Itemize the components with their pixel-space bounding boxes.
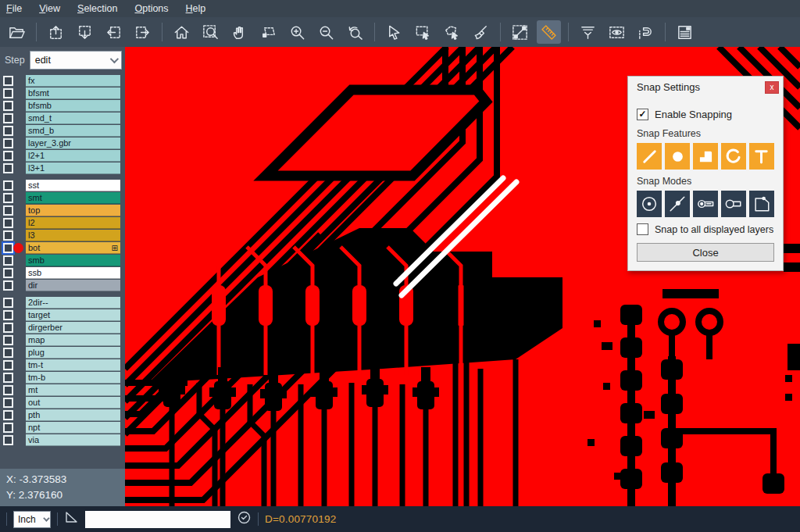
layer-visibility-checkbox[interactable] <box>3 385 13 395</box>
layer-item[interactable]: l2 <box>26 217 120 229</box>
layer-visibility-checkbox[interactable] <box>3 268 13 278</box>
layer-visibility-checkbox[interactable] <box>3 218 13 228</box>
apply-check-icon[interactable] <box>237 510 252 528</box>
snap-all-layers-checkbox[interactable] <box>637 223 648 235</box>
layer-visibility-checkbox[interactable] <box>3 373 13 383</box>
snap-magnet-icon[interactable] <box>634 20 658 44</box>
layer-item[interactable]: top <box>26 205 120 216</box>
angle-measure-icon[interactable] <box>64 510 79 528</box>
pad-outline-icon[interactable] <box>721 191 746 217</box>
arc-icon[interactable] <box>721 143 746 170</box>
layer-visibility-checkbox[interactable] <box>3 163 13 173</box>
layer-visibility-checkbox[interactable] <box>3 88 13 98</box>
menu-options[interactable]: Options <box>134 3 168 14</box>
pan-left-icon[interactable] <box>102 20 126 44</box>
clean-brush-icon[interactable] <box>469 20 493 44</box>
select-pointer-icon[interactable] <box>382 20 406 44</box>
pan-up-icon[interactable] <box>44 20 68 44</box>
text-icon[interactable] <box>749 143 774 170</box>
enable-snapping-checkbox[interactable]: ✓ <box>637 109 648 120</box>
layer-item[interactable]: smd_b <box>26 125 120 137</box>
layer-item[interactable]: tm-b <box>26 372 120 384</box>
zoom-window-icon[interactable] <box>198 20 223 44</box>
layer-visibility-checkbox[interactable] <box>3 348 13 358</box>
point-on-line-icon[interactable] <box>665 191 690 217</box>
layer-item[interactable]: bot⊞ <box>26 242 120 254</box>
menu-file[interactable]: File <box>6 3 22 14</box>
close-button[interactable]: Close <box>637 243 774 262</box>
layer-item[interactable]: dir <box>26 280 120 291</box>
measure-ruler-icon[interactable] <box>537 20 561 44</box>
menu-selection[interactable]: Selection <box>77 3 117 14</box>
layer-visibility-checkbox[interactable] <box>3 113 13 123</box>
layer-visibility-checkbox[interactable] <box>3 398 13 408</box>
layer-visibility-checkbox[interactable] <box>3 243 13 253</box>
layer-visibility-checkbox[interactable] <box>3 101 13 111</box>
home-view-icon[interactable] <box>170 20 194 44</box>
layer-item[interactable]: sst <box>26 180 120 191</box>
layer-item[interactable]: out <box>26 397 120 409</box>
layer-item[interactable]: l3 <box>26 230 120 241</box>
layer-item[interactable]: smb <box>26 255 120 266</box>
layer-visibility-checkbox[interactable] <box>3 255 13 266</box>
open-file-icon[interactable] <box>5 20 29 44</box>
layer-visibility-checkbox[interactable] <box>3 205 13 216</box>
pcb-canvas[interactable]: Snap Settings x ✓ Enable Snapping Snap F… <box>125 47 800 506</box>
layer-item[interactable]: ssb <box>26 267 120 279</box>
layer-visibility-checkbox[interactable] <box>3 280 13 291</box>
layer-item[interactable]: dirgerber <box>26 322 120 334</box>
layer-visibility-checkbox[interactable] <box>3 335 13 345</box>
layer-item[interactable]: via <box>26 434 120 446</box>
pan-down-icon[interactable] <box>73 20 97 44</box>
layer-item[interactable]: 2dir-- <box>26 297 120 309</box>
menu-view[interactable]: View <box>39 3 60 14</box>
command-input[interactable] <box>85 511 230 528</box>
step-select[interactable]: edit <box>30 51 122 70</box>
layer-visibility-checkbox[interactable] <box>3 323 13 333</box>
close-icon[interactable]: x <box>765 81 779 94</box>
layer-item[interactable]: bfsmb <box>26 100 120 112</box>
view-options-eye-icon[interactable] <box>605 20 629 44</box>
layer-visibility-checkbox[interactable] <box>3 423 13 433</box>
layer-item[interactable]: bfsmt <box>26 87 120 99</box>
zoom-out-icon[interactable] <box>314 20 338 44</box>
layer-item[interactable]: tm-t <box>26 359 120 371</box>
zoom-in-icon[interactable] <box>285 20 309 44</box>
layer-visibility-checkbox[interactable] <box>3 230 13 241</box>
dialog-titlebar[interactable]: Snap Settings x <box>628 77 783 98</box>
zoom-previous-icon[interactable] <box>343 20 367 44</box>
pan-right-icon[interactable] <box>130 20 155 44</box>
measure-line-icon[interactable] <box>508 20 532 44</box>
unit-select[interactable]: Inch <box>13 511 51 528</box>
layer-item[interactable]: l2+1 <box>26 150 120 162</box>
line-icon[interactable] <box>637 143 662 170</box>
layer-item[interactable]: mt <box>26 384 120 396</box>
layer-item[interactable]: map <box>26 334 120 346</box>
layer-visibility-checkbox[interactable] <box>3 410 13 420</box>
layer-visibility-checkbox[interactable] <box>3 151 13 161</box>
layer-visibility-checkbox[interactable] <box>3 126 13 136</box>
select-polygon-icon[interactable] <box>440 20 464 44</box>
select-rectangle-icon[interactable] <box>411 20 435 44</box>
zoom-polygon-icon[interactable] <box>256 20 280 44</box>
layer-visibility-checkbox[interactable] <box>3 298 13 308</box>
report-form-icon[interactable] <box>673 20 697 44</box>
layer-item[interactable]: pth <box>26 409 120 421</box>
layer-item[interactable]: plug <box>26 347 120 359</box>
layer-item[interactable]: target <box>26 309 120 321</box>
pad-entry-icon[interactable] <box>693 191 718 217</box>
layer-item[interactable]: fx <box>26 75 120 87</box>
contour-snap-icon[interactable] <box>749 191 774 217</box>
layer-item[interactable]: smt <box>26 192 120 204</box>
layer-visibility-checkbox[interactable] <box>3 193 13 203</box>
layer-item[interactable]: layer_3.gbr <box>26 137 120 149</box>
center-snap-icon[interactable] <box>637 191 662 217</box>
filter-icon[interactable] <box>576 20 600 44</box>
surface-icon[interactable] <box>693 143 718 170</box>
pad-icon[interactable] <box>665 143 690 170</box>
layer-item[interactable]: l3+1 <box>26 162 120 174</box>
layer-item[interactable]: smd_t <box>26 112 120 124</box>
layer-visibility-checkbox[interactable] <box>3 360 13 370</box>
layer-visibility-checkbox[interactable] <box>3 76 13 86</box>
layer-visibility-checkbox[interactable] <box>3 310 13 320</box>
